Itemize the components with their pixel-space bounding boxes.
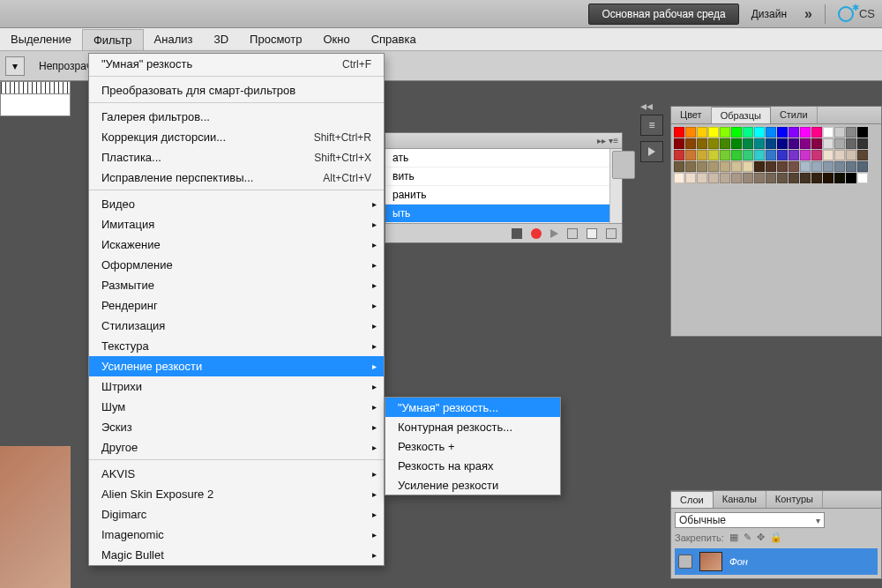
swatch[interactable] — [685, 127, 696, 138]
swatch[interactable] — [846, 127, 856, 138]
panel-collapse-icon[interactable]: ▸▸ ▾≡ — [597, 136, 618, 145]
swatch[interactable] — [754, 138, 765, 149]
filter-digimarc[interactable]: Digimarc — [89, 504, 384, 525]
lock-move-icon[interactable]: ✥ — [757, 532, 765, 543]
tab-channels[interactable]: Каналы — [714, 491, 766, 508]
swatch[interactable] — [743, 127, 753, 138]
menu-view[interactable]: Просмотр — [239, 29, 312, 49]
swatch[interactable] — [708, 173, 719, 183]
filter-noise[interactable]: Шум — [89, 397, 384, 417]
swatch[interactable] — [697, 173, 707, 183]
swatch[interactable] — [766, 127, 776, 138]
swatch[interactable] — [857, 173, 868, 183]
swatch[interactable] — [800, 138, 811, 149]
swatch[interactable] — [811, 138, 822, 149]
swatch[interactable] — [731, 138, 742, 149]
filter-last[interactable]: "Умная" резкостьCtrl+F — [89, 54, 384, 77]
swatch[interactable] — [720, 150, 730, 160]
submenu-sharpen-plus[interactable]: Резкость + — [385, 436, 560, 456]
layer-row[interactable]: Фон — [675, 548, 878, 575]
swatch[interactable] — [685, 173, 696, 183]
lock-brush-icon[interactable]: ✎ — [744, 532, 751, 543]
swatch[interactable] — [789, 150, 799, 160]
swatch[interactable] — [697, 138, 707, 149]
lock-pixels-icon[interactable]: ▦ — [729, 532, 738, 543]
filter-rendering[interactable]: Рендеринг — [89, 295, 384, 316]
blend-mode-select[interactable]: Обычные — [675, 512, 825, 528]
collapse-dock-icon[interactable]: ◂◂ — [640, 99, 653, 113]
record-icon[interactable] — [531, 228, 542, 239]
action-item[interactable]: вить — [385, 167, 622, 186]
filter-texture[interactable]: Текстура — [89, 336, 384, 356]
swatch[interactable] — [731, 127, 742, 138]
action-item[interactable]: ать — [385, 149, 622, 167]
menu-analysis[interactable]: Анализ — [144, 29, 204, 49]
swatch[interactable] — [857, 127, 868, 138]
swatch[interactable] — [789, 161, 799, 172]
filter-magic-bullet[interactable]: Magic Bullet — [89, 545, 384, 565]
swatch[interactable] — [789, 173, 799, 183]
swatch[interactable] — [685, 138, 696, 149]
swatch[interactable] — [857, 138, 868, 149]
swatch[interactable] — [766, 161, 776, 172]
tab-styles[interactable]: Стили — [771, 107, 818, 123]
workspace-button[interactable]: Основная рабочая среда — [588, 4, 738, 25]
swatch[interactable] — [789, 127, 799, 138]
swatch[interactable] — [743, 173, 753, 183]
swatch[interactable] — [674, 161, 684, 172]
submenu-sharpen-edges[interactable]: Резкость на краях — [385, 456, 560, 475]
swatch[interactable] — [823, 150, 833, 160]
filter-gallery[interactable]: Галерея фильтров... — [89, 107, 384, 127]
swatch[interactable] — [789, 138, 799, 149]
swatch[interactable] — [720, 127, 730, 138]
filter-artistic[interactable]: Имитация — [89, 214, 384, 234]
filter-alien-skin[interactable]: Alien Skin Exposure 2 — [89, 484, 384, 504]
menu-window[interactable]: Окно — [312, 29, 360, 49]
swatch[interactable] — [823, 173, 833, 183]
eye-icon[interactable] — [678, 555, 692, 569]
swatch[interactable] — [777, 127, 788, 138]
swatch[interactable] — [777, 138, 788, 149]
swatch[interactable] — [811, 150, 822, 160]
swatch[interactable] — [766, 173, 776, 183]
filter-convert-smart[interactable]: Преобразовать для смарт-фильтров — [89, 80, 384, 103]
menu-selection[interactable]: Выделение — [0, 29, 82, 49]
tab-swatches[interactable]: Образцы — [712, 107, 771, 123]
menu-3d[interactable]: 3D — [203, 29, 239, 49]
filter-strokes[interactable]: Штрихи — [89, 376, 384, 397]
action-item[interactable]: ыть — [385, 205, 622, 223]
swatch[interactable] — [685, 150, 696, 160]
swatch[interactable] — [834, 138, 845, 149]
swatch[interactable] — [834, 161, 845, 172]
swatch[interactable] — [754, 127, 765, 138]
swatch[interactable] — [731, 150, 742, 160]
swatch[interactable] — [766, 150, 776, 160]
submenu-unsharp-mask[interactable]: Контурная резкость... — [385, 417, 560, 436]
filter-stylize[interactable]: Стилизация — [89, 316, 384, 336]
filter-imagenomic[interactable]: Imagenomic — [89, 525, 384, 545]
expand-button[interactable]: » — [799, 6, 818, 22]
swatch[interactable] — [800, 161, 811, 172]
filter-blur[interactable]: Размытие — [89, 275, 384, 295]
swatch[interactable] — [708, 161, 719, 172]
action-item[interactable]: ранить — [385, 186, 622, 205]
filter-render-group[interactable]: Оформление — [89, 255, 384, 275]
swatch[interactable] — [674, 127, 684, 138]
swatch[interactable] — [708, 138, 719, 149]
swatch[interactable] — [697, 161, 707, 172]
dock-list-icon[interactable]: ≡ — [640, 115, 663, 136]
menu-filter[interactable]: Фильтр — [82, 29, 144, 50]
swatch[interactable] — [708, 150, 719, 160]
filter-sharpen[interactable]: Усиление резкости — [89, 356, 384, 376]
swatch[interactable] — [834, 173, 845, 183]
swatch[interactable] — [731, 161, 742, 172]
menu-help[interactable]: Справка — [361, 29, 427, 49]
swatch[interactable] — [743, 138, 753, 149]
swatch[interactable] — [823, 127, 833, 138]
swatch[interactable] — [811, 127, 822, 138]
swatch[interactable] — [743, 161, 753, 172]
swatch[interactable] — [731, 173, 742, 183]
new-icon[interactable] — [587, 228, 597, 239]
swatch[interactable] — [766, 138, 776, 149]
play-icon[interactable] — [550, 229, 558, 238]
